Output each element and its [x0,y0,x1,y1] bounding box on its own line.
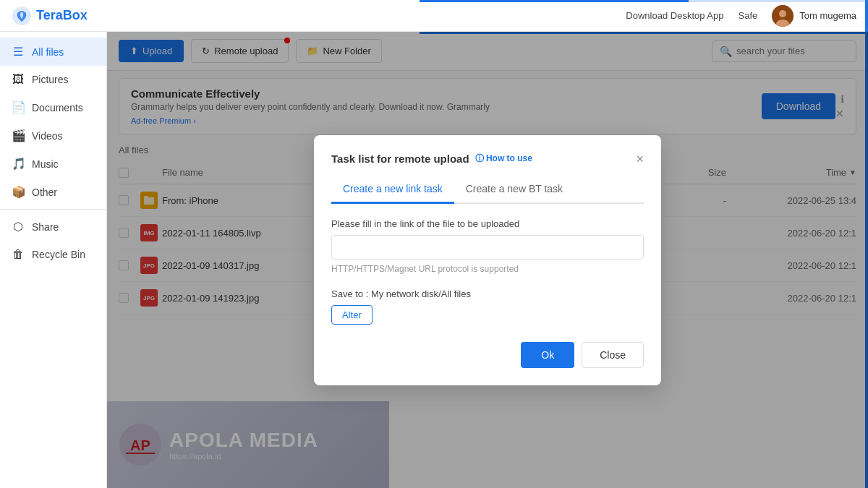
sidebar-item-videos[interactable]: 🎬 Videos [0,121,106,150]
app-name: TeraBox [36,8,88,23]
alter-button[interactable]: Alter [331,305,373,325]
all-files-icon: ☰ [12,45,25,59]
tab-link-task[interactable]: Create a new link task [331,177,454,204]
share-icon: ⬡ [12,220,25,234]
user-area[interactable]: Tom mugema [772,5,856,27]
recycle-bin-icon: 🗑 [12,248,25,261]
documents-icon: 📄 [12,100,25,114]
modal-tabs: Create a new link task Create a new BT t… [331,177,644,204]
avatar-image [772,5,793,27]
modal-close-button[interactable]: × [636,153,644,166]
main-content: ⬆ Upload ↻ Remote upload 📁 New Folder 🔍 … [107,32,868,488]
sidebar-label-pictures: Pictures [32,74,69,85]
user-name-label: Tom mugema [799,10,856,21]
sidebar-label-share: Share [32,221,59,233]
sidebar-label-all-files: All files [32,46,64,58]
sidebar-item-documents[interactable]: 📄 Documents [0,93,106,121]
sidebar-label-other: Other [32,187,57,198]
download-desktop-app-link[interactable]: Download Desktop App [626,10,723,21]
remote-upload-modal: Task list for remote upload ⓘ How to use… [314,135,661,385]
modal-input-hint: HTTP/HTTPS/Magnet URL protocol is suppor… [331,264,644,274]
sidebar-item-all-files[interactable]: ☰ All files [0,38,106,66]
sidebar-item-share[interactable]: ⬡ Share [0,213,106,241]
logo[interactable]: TeraBox [12,6,88,26]
svg-point-2 [779,10,786,17]
safe-link[interactable]: Safe [739,10,758,21]
sidebar-label-music: Music [32,158,59,170]
progress-bar-fill [420,0,689,2]
how-to-use-link[interactable]: ⓘ How to use [475,153,532,165]
music-icon: 🎵 [12,157,25,171]
header-right: Download Desktop App Safe Tom mugema [626,5,856,27]
sidebar: ☰ All files 🖼 Pictures 📄 Documents 🎬 Vid… [0,32,107,488]
modal-overlay[interactable]: Task list for remote upload ⓘ How to use… [107,32,868,488]
sidebar-label-recycle-bin: Recycle Bin [32,249,85,260]
other-icon: 📦 [12,185,25,199]
terabox-logo-icon [12,6,32,26]
sidebar-item-other[interactable]: 📦 Other [0,178,106,206]
ok-button[interactable]: Ok [521,342,574,368]
modal-title: Task list for remote upload ⓘ How to use [331,153,532,165]
videos-icon: 🎬 [12,129,25,142]
close-modal-button[interactable]: Close [582,342,644,368]
sidebar-item-recycle-bin[interactable]: 🗑 Recycle Bin [0,241,106,268]
header: TeraBox Download Desktop App Safe Tom mu… [0,0,868,32]
modal-link-input[interactable] [331,235,644,260]
sidebar-divider [0,209,106,210]
user-avatar [772,5,793,27]
sidebar-item-pictures[interactable]: 🖼 Pictures [0,66,106,93]
main-layout: ☰ All files 🖼 Pictures 📄 Documents 🎬 Vid… [0,32,868,488]
modal-footer: Ok Close [331,342,644,368]
sidebar-item-music[interactable]: 🎵 Music [0,150,106,178]
pictures-icon: 🖼 [12,73,25,86]
progress-bar-container [420,0,868,2]
modal-save-to-label: Save to : My network disk/All files [331,288,644,299]
modal-link-label: Please fill in the link of the file to b… [331,218,644,229]
tab-bt-task[interactable]: Create a new BT task [454,177,574,204]
modal-header: Task list for remote upload ⓘ How to use… [331,153,644,166]
sidebar-label-videos: Videos [32,130,63,142]
sidebar-label-documents: Documents [32,102,83,114]
